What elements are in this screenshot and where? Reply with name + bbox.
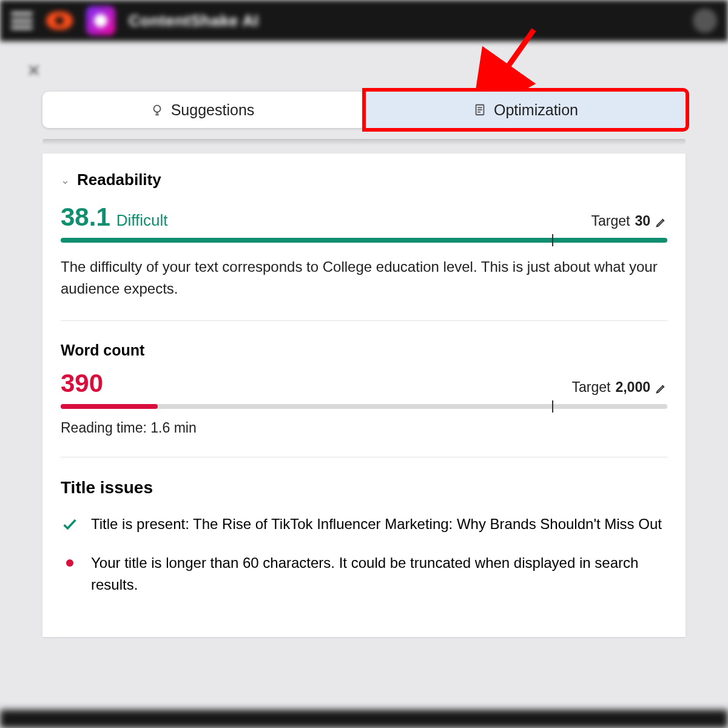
- divider: [61, 320, 667, 321]
- readability-score: 38.1: [61, 203, 110, 232]
- chevron-down-icon: ⌄: [61, 174, 70, 187]
- tab-optimization[interactable]: Optimization: [362, 88, 689, 132]
- section-title: Readability: [77, 170, 161, 189]
- document-icon: [473, 103, 487, 116]
- wordcount-target[interactable]: Target 2,000: [572, 379, 668, 396]
- menu-icon[interactable]: [11, 12, 33, 29]
- brand-logo-icon[interactable]: [46, 12, 73, 30]
- close-icon[interactable]: ✕: [27, 61, 41, 81]
- issue-text: Your title is longer than 60 characters.…: [91, 552, 667, 596]
- readability-bar: [61, 238, 667, 243]
- reading-time: Reading time: 1.6 min: [61, 420, 667, 436]
- app-icon[interactable]: [86, 6, 115, 35]
- svg-line-0: [490, 30, 534, 92]
- check-icon: [61, 513, 79, 535]
- target-tick: [552, 400, 553, 413]
- svg-point-1: [153, 106, 160, 112]
- tab-label: Optimization: [494, 101, 578, 119]
- avatar[interactable]: [693, 8, 717, 33]
- wordcount-bar: [61, 404, 667, 409]
- divider: [61, 457, 667, 457]
- pencil-icon[interactable]: [655, 215, 667, 228]
- readability-description: The difficulty of your text corresponds …: [61, 256, 667, 300]
- readability-target[interactable]: Target 30: [591, 213, 667, 229]
- wordcount-fill: [61, 404, 158, 409]
- bottom-edge: [0, 710, 728, 728]
- target-tick: [552, 234, 553, 246]
- app-topbar: ContentShake AI: [0, 0, 728, 41]
- tab-suggestions[interactable]: Suggestions: [42, 92, 362, 128]
- wordcount-title: Word count: [61, 342, 667, 359]
- readability-header[interactable]: ⌄ Readability: [61, 170, 667, 189]
- issue-row: Title is present: The Rise of TikTok Inf…: [61, 513, 667, 535]
- readability-label: Difficult: [116, 211, 168, 230]
- target-prefix: Target: [591, 213, 630, 229]
- error-dot-icon: [61, 552, 79, 596]
- issue-text: Title is present: The Rise of TikTok Inf…: [91, 513, 662, 535]
- wordcount-value: 390: [61, 369, 103, 398]
- target-value: 30: [635, 213, 650, 229]
- divider-shadow: [42, 139, 686, 145]
- tab-label: Suggestions: [171, 101, 255, 119]
- issue-row: Your title is longer than 60 characters.…: [61, 552, 667, 596]
- title-issues-heading: Title issues: [61, 478, 667, 497]
- optimization-panel: ⌄ Readability 38.1 Difficult Target 30 T…: [42, 153, 686, 637]
- pencil-icon[interactable]: [655, 382, 667, 394]
- tab-bar: Suggestions Optimization: [42, 92, 686, 128]
- target-prefix: Target: [572, 379, 611, 396]
- target-value: 2,000: [615, 379, 650, 396]
- app-name: ContentShake AI: [129, 12, 259, 30]
- lightbulb-icon: [150, 103, 164, 116]
